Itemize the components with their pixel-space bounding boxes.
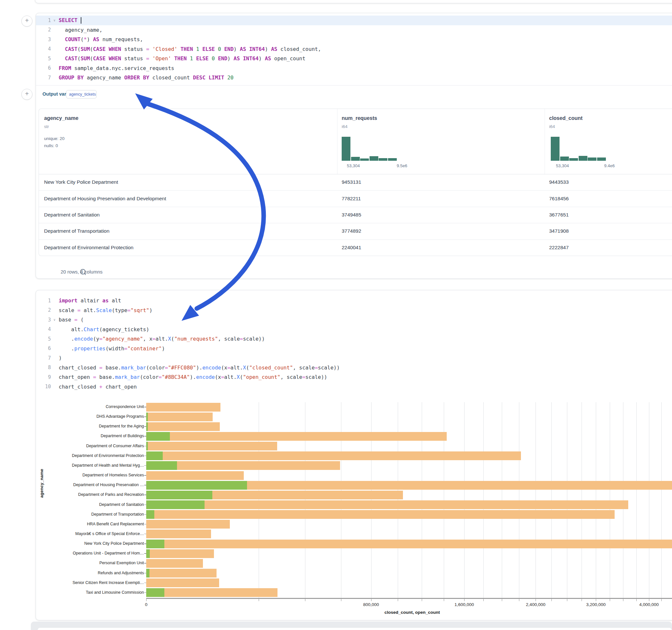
line-number: 3 xyxy=(36,37,51,43)
bar-open-count xyxy=(146,413,148,421)
code-line[interactable]: 5 CAST(SUM(CASE WHEN status = 'Open' THE… xyxy=(36,54,672,64)
bar-open-count xyxy=(146,481,247,490)
bar-open-count xyxy=(146,500,205,509)
histogram-min-label: 53,304 xyxy=(347,163,360,168)
code-text: .properties(width="container") xyxy=(58,345,165,352)
code-line[interactable]: 3∨base = ( xyxy=(36,315,672,325)
gridline xyxy=(398,402,398,598)
code-line[interactable]: 4 alt.Chart(agency_tickets) xyxy=(36,325,672,335)
line-number: 5 xyxy=(36,56,51,62)
column-header-num-requests[interactable]: num_requests xyxy=(342,115,377,121)
code-line[interactable]: 5 .encode(y="agency_name", x=alt.X("num_… xyxy=(36,334,672,344)
column-header-agency-name[interactable]: agency_name xyxy=(44,115,78,121)
code-line[interactable]: 10chart_closed + chart_open xyxy=(36,382,672,392)
code-text: chart_closed + chart_open xyxy=(58,384,137,390)
output-variable-pill[interactable]: agency_tickets xyxy=(66,90,97,98)
code-text: SELECT xyxy=(58,17,81,24)
column-divider xyxy=(337,109,337,174)
bar-open-count xyxy=(146,491,212,500)
code-text: CAST(SUM(CASE WHEN status = 'Open' THEN … xyxy=(58,55,305,62)
x-axis-tick xyxy=(305,599,305,601)
sql-code-editor[interactable]: 1∨SELECT 2 agency_name,3 COUNT(*) AS num… xyxy=(36,16,672,83)
code-line[interactable]: 9chart_open = base.mark_bar(color="#8BC3… xyxy=(36,372,672,382)
gridline xyxy=(305,402,305,598)
fold-chevron-icon[interactable]: ∨ xyxy=(51,318,58,321)
bar-closed-count xyxy=(146,549,214,558)
code-line[interactable]: 7) xyxy=(36,353,672,363)
bar-closed-count xyxy=(146,559,203,568)
x-axis-tick-label: 1,600,000 xyxy=(455,602,474,607)
gridline xyxy=(551,402,552,598)
row-divider xyxy=(39,190,672,191)
x-axis-tick-label: 3,200,000 xyxy=(586,602,605,607)
code-line[interactable]: 4 CAST(SUM(CASE WHEN status = 'Closed' T… xyxy=(36,44,672,54)
y-axis-label: DHS Advantage Programs xyxy=(47,414,144,419)
bar-closed-count xyxy=(146,588,278,597)
y-axis-label: Operations Unit - Department of Hom… xyxy=(47,551,144,555)
code-text: ) xyxy=(58,355,62,361)
line-number: 9 xyxy=(36,374,51,380)
bar-closed-count xyxy=(146,520,230,529)
dataframe-table: agency_name str unique: 20 nulls: 0 num_… xyxy=(39,108,672,256)
gridline xyxy=(567,402,567,598)
code-line[interactable]: 6 .properties(width="container") xyxy=(36,344,672,354)
python-code-editor[interactable]: 1import altair as alt2scale = alt.Scale(… xyxy=(36,296,672,391)
line-number: 4 xyxy=(36,326,51,332)
gridline xyxy=(519,402,519,598)
bar-open-count xyxy=(146,510,154,519)
code-line[interactable]: 8chart_closed = base.mark_bar(color="#FF… xyxy=(36,363,672,373)
histogram-min-label: 53,304 xyxy=(556,163,569,168)
y-axis-label: Correspondence Unit xyxy=(47,405,144,409)
code-text: .encode(y="agency_name", x=alt.X("num_re… xyxy=(58,336,265,342)
bar-closed-count xyxy=(146,579,219,587)
bar-closed-count xyxy=(146,422,220,431)
gridline xyxy=(422,402,422,598)
x-axis-tick xyxy=(259,599,259,601)
y-axis-label: Senior Citizen Rent Increase Exempti… xyxy=(47,580,144,585)
y-axis-title: agency_name xyxy=(39,469,44,498)
y-axis-label: HRA Benefit Card Replacement xyxy=(47,522,144,526)
code-line[interactable]: 2scale = alt.Scale(type="sqrt") xyxy=(36,306,672,315)
x-axis-line xyxy=(146,598,672,599)
code-line[interactable]: 7GROUP BY agency_name ORDER BY closed_co… xyxy=(36,73,672,83)
bar-open-count xyxy=(146,549,150,558)
histogram-bar xyxy=(351,157,360,161)
code-text: chart_closed = base.mark_bar(color="#FFC… xyxy=(58,365,340,371)
bar-open-count xyxy=(146,461,177,470)
line-number: 2 xyxy=(36,307,51,313)
line-number: 6 xyxy=(36,65,51,71)
y-axis-label: Department of Environmental Protection xyxy=(47,453,144,458)
bar-closed-count xyxy=(146,569,217,578)
code-text: scale = alt.Scale(type="sqrt") xyxy=(58,307,152,313)
code-text: base = ( xyxy=(58,317,83,323)
y-axis-label: Department for the Aging xyxy=(47,424,144,429)
bar-closed-count xyxy=(146,530,211,538)
x-axis-tick xyxy=(444,599,444,601)
code-line[interactable]: 1import altair as alt xyxy=(36,296,672,306)
column-header-closed-count[interactable]: closed_count xyxy=(549,115,582,121)
row-agency-name: Department of Transportation xyxy=(44,228,110,234)
y-axis-label: Department of Housing Preservation … xyxy=(47,483,144,487)
x-axis-tick xyxy=(535,599,536,601)
row-value: 3471908 xyxy=(549,228,569,234)
line-number: 7 xyxy=(36,355,51,361)
gridline xyxy=(623,402,623,598)
column-stat-nulls: nulls: 0 xyxy=(44,143,58,148)
code-line[interactable]: 3 COUNT(*) AS num_requests, xyxy=(36,35,672,44)
add-cell-button-output[interactable]: + xyxy=(21,89,32,100)
add-cell-button-top[interactable]: + xyxy=(21,16,32,27)
line-number: 3 xyxy=(36,317,51,323)
code-line[interactable]: 2 agency_name, xyxy=(36,25,672,35)
histogram-bar xyxy=(369,156,378,161)
code-text: import altair as alt xyxy=(58,297,121,304)
x-axis-tick xyxy=(483,599,484,601)
bar-closed-count xyxy=(146,539,672,548)
y-axis-label: New York City Police Department xyxy=(47,541,144,546)
row-agency-name: Department of Housing Preservation and D… xyxy=(44,196,166,201)
code-line[interactable]: 6FROM sample_data.nyc.service_requests xyxy=(36,64,672,73)
fold-chevron-icon[interactable]: ∨ xyxy=(51,19,58,22)
x-axis-tick xyxy=(596,599,596,601)
histogram-bar xyxy=(597,158,606,161)
code-line[interactable]: 1∨SELECT xyxy=(36,16,672,25)
y-axis-label: Department of Consumer Affairs xyxy=(47,444,144,448)
